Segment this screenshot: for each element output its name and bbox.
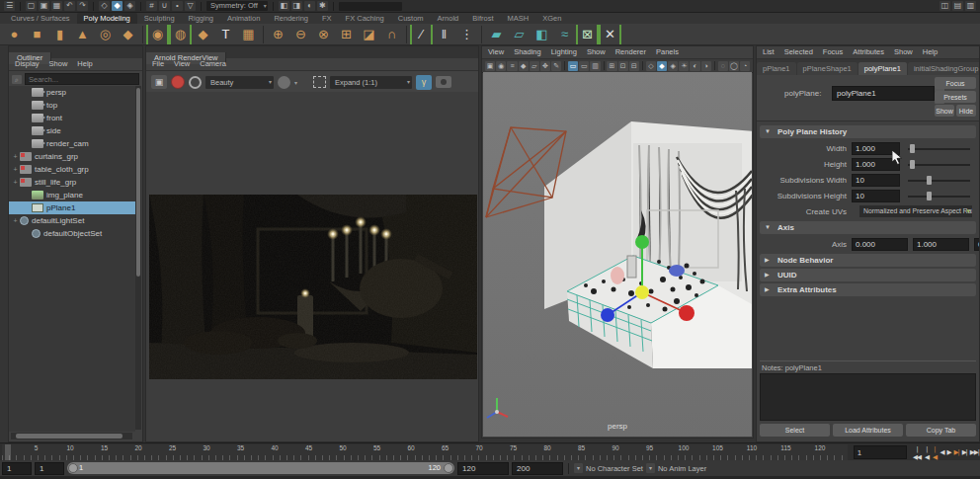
range-slider[interactable]: 1 120 xyxy=(67,462,454,474)
render-view-menu-item[interactable]: Camera xyxy=(200,58,226,70)
quad-draw-icon[interactable]: ▰ xyxy=(485,25,508,44)
current-frame-field[interactable] xyxy=(854,445,907,459)
select-component-icon[interactable]: ◈ xyxy=(124,1,135,11)
shelf-tab[interactable]: MASH xyxy=(501,13,536,24)
outliner-search-input[interactable] xyxy=(25,73,139,85)
delete-edge-icon[interactable]: ✕ xyxy=(599,25,621,44)
viewport-menu-item[interactable]: Show xyxy=(587,46,606,58)
bridge-icon[interactable]: ∩ xyxy=(380,25,403,44)
render-view-menu-item[interactable]: File xyxy=(152,58,164,70)
anim-layer-select[interactable]: No Anim Layer xyxy=(658,464,706,473)
type-tool-icon[interactable]: T xyxy=(214,25,237,44)
modeling-toolkit-toggle-icon[interactable]: ◫ xyxy=(939,1,950,11)
cone-primitive-icon[interactable]: ▲ xyxy=(71,25,94,44)
smooth-icon[interactable]: ≈ xyxy=(553,25,576,44)
range-start-handle[interactable] xyxy=(68,463,78,473)
attribute-editor-toggle-icon[interactable]: ▤ xyxy=(952,1,963,11)
attribute-editor-tab[interactable]: initialShadingGroup xyxy=(908,62,979,75)
value-slider[interactable] xyxy=(908,191,970,201)
2d-pan-zoom-icon[interactable]: ✥ xyxy=(540,61,550,71)
viewport-menu-item[interactable]: Renderer xyxy=(615,46,646,58)
collapsed-section[interactable]: ▶ UUID xyxy=(760,269,976,281)
save-image-icon[interactable]: ▣ xyxy=(151,75,167,89)
viewport-menu-item[interactable]: Shading xyxy=(514,46,541,58)
select-hierarchy-icon[interactable]: ◇ xyxy=(99,1,110,11)
attribute-editor-menu-item[interactable]: Focus xyxy=(823,46,843,58)
outliner-item[interactable]: side xyxy=(9,124,135,137)
film-gate-icon[interactable]: ▭ xyxy=(568,61,578,71)
presets-button[interactable]: Presets xyxy=(935,91,976,103)
current-time-marker[interactable] xyxy=(5,444,11,460)
shelf-tab[interactable]: Rigging xyxy=(182,13,220,24)
outliner-item[interactable]: defaultObjectSet xyxy=(9,227,135,240)
attribute-editor-menu-item[interactable]: Attributes xyxy=(853,46,884,58)
ipr-render-icon[interactable]: ◐ xyxy=(304,1,315,11)
range-end-handle[interactable] xyxy=(444,463,453,473)
target-weld-icon[interactable]: ⊠ xyxy=(576,25,599,44)
shelf-tab[interactable]: Rendering xyxy=(267,13,315,24)
attribute-editor-tab[interactable]: polyPlane1 xyxy=(858,62,907,75)
playback-start-field[interactable]: 1 xyxy=(35,462,64,475)
attribute-editor-menu-item[interactable]: List xyxy=(763,46,775,58)
lock-camera-icon[interactable]: ◉ xyxy=(496,61,506,71)
mirror-icon[interactable]: ◧ xyxy=(531,25,553,44)
undo-icon[interactable]: ↶ xyxy=(64,1,75,11)
aov-select[interactable]: Beauty xyxy=(205,76,274,89)
outliner-item[interactable]: + table_cloth_grp xyxy=(9,163,135,176)
save-scene-icon[interactable]: ▦ xyxy=(51,1,62,11)
value-field[interactable]: 10 xyxy=(852,174,900,187)
collapsed-section[interactable]: ▶ Extra Attributes xyxy=(760,283,976,296)
value-slider[interactable] xyxy=(908,159,970,170)
step-back-key-button[interactable]: |◀ xyxy=(931,445,938,459)
debug-shading-button[interactable] xyxy=(278,76,290,89)
lights-icon[interactable]: ☀ xyxy=(679,61,689,71)
color-management-toggle[interactable]: γ xyxy=(416,75,432,90)
outliner-vertical-scrollbar[interactable] xyxy=(135,86,141,430)
svg-tool-icon[interactable]: ▦ xyxy=(237,25,260,44)
section-axis[interactable]: ▼ Axis xyxy=(760,221,976,234)
section-poly-plane-history[interactable]: ▼ Poly Plane History xyxy=(760,125,976,138)
shelf-tab[interactable]: Custom xyxy=(391,13,431,24)
outliner-item[interactable]: persp xyxy=(9,86,135,99)
footer-button[interactable]: Select xyxy=(760,424,830,437)
focus-button[interactable]: Focus xyxy=(935,77,976,89)
expand-icon[interactable]: + xyxy=(11,153,20,160)
shelf-tab[interactable]: FX Caching xyxy=(339,13,391,24)
outliner-menu-item[interactable]: Display xyxy=(15,58,40,70)
attribute-editor-menu-item[interactable]: Show xyxy=(894,46,913,58)
separate-icon[interactable]: ⊖ xyxy=(289,25,312,44)
debug-shading-caret-icon[interactable]: ▾ xyxy=(294,79,297,86)
snap-point-icon[interactable]: • xyxy=(172,1,183,11)
cylinder-primitive-icon[interactable]: ▮ xyxy=(48,25,71,44)
render-frame-icon[interactable]: ◨ xyxy=(291,1,302,11)
outliner-menu-item[interactable]: Show xyxy=(49,58,68,70)
outliner-horizontal-scrollbar[interactable] xyxy=(11,433,132,439)
plugin-shapes-icon[interactable]: ◔ xyxy=(740,61,750,71)
plane-primitive-icon[interactable]: ◆ xyxy=(117,25,139,44)
viewport-canvas[interactable]: persp xyxy=(483,72,752,437)
shelf-tab[interactable]: FX xyxy=(315,13,339,24)
attribute-editor-menu-item[interactable]: Selected xyxy=(784,46,813,58)
shadows-icon[interactable]: ◐ xyxy=(690,61,699,71)
gate-mask-icon[interactable]: ▥ xyxy=(590,61,600,71)
channel-box-toggle-icon[interactable]: ▥ xyxy=(965,1,976,11)
new-scene-icon[interactable]: ▢ xyxy=(26,1,37,11)
sphere-primitive-icon[interactable]: ● xyxy=(3,25,26,44)
footer-button[interactable]: Copy Tab xyxy=(906,424,976,437)
animation-start-field[interactable]: 1 xyxy=(2,462,32,475)
platonic-primitive-icon[interactable]: ◉ xyxy=(146,25,169,44)
grease-pencil-icon[interactable]: ✎ xyxy=(551,61,561,71)
redo-icon[interactable]: ↷ xyxy=(77,1,88,11)
axis-value-field[interactable]: 1.000 xyxy=(913,238,969,251)
axis-value-field[interactable]: 0.000 xyxy=(974,238,979,251)
hide-button[interactable]: Hide xyxy=(956,105,976,117)
value-slider[interactable] xyxy=(908,175,970,186)
camera-attributes-icon[interactable]: ≡ xyxy=(507,61,517,71)
offset-edge-loop-icon[interactable]: ⋮ xyxy=(455,25,478,44)
combine-icon[interactable]: ⊕ xyxy=(267,25,289,44)
expand-icon[interactable]: + xyxy=(11,179,20,186)
xray-icon[interactable]: ◌ xyxy=(718,61,728,71)
extrude-icon[interactable]: ⊞ xyxy=(335,25,358,44)
multi-cut-icon[interactable]: ∕ xyxy=(410,25,433,44)
play-backwards-button[interactable]: ◀ xyxy=(939,445,944,459)
